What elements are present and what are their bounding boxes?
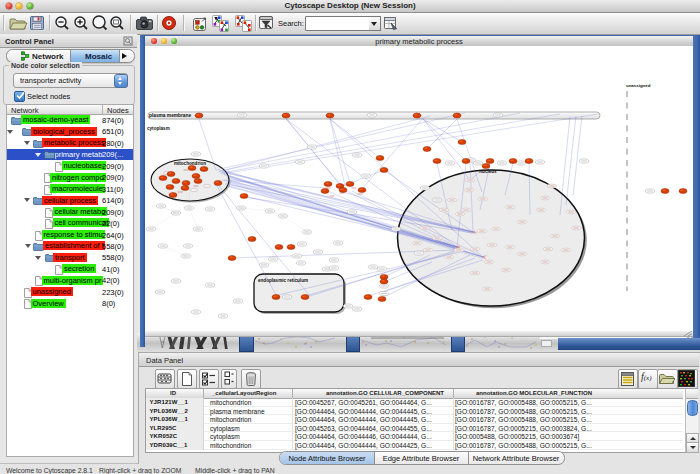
svg-text:nucleus: nucleus	[479, 169, 497, 174]
svg-text:mitochondrion: mitochondrion	[174, 161, 206, 166]
svg-text:plasma membrane: plasma membrane	[149, 113, 191, 118]
svg-text:endoplasmic reticulum: endoplasmic reticulum	[258, 278, 308, 283]
svg-text:unassigned: unassigned	[626, 83, 651, 88]
svg-text:cytoplasm: cytoplasm	[147, 126, 170, 131]
